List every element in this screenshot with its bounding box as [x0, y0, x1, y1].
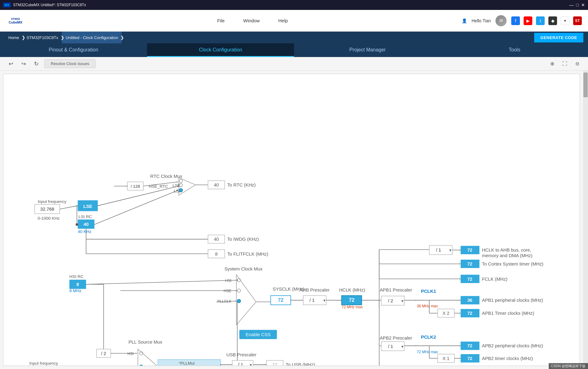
pclk1-label: PCLK1 [421, 289, 436, 294]
lsi-rc-label: LSI RC [79, 214, 92, 219]
github-icon[interactable]: ◆ [548, 16, 557, 25]
tab-tools[interactable]: Tools [441, 43, 588, 57]
apb2-periph-label: APB2 peripheral clocks (MHz) [482, 343, 543, 348]
apb2-prescaler-label: APB2 Prescaler [380, 336, 412, 340]
youtube-icon[interactable]: ▶ [524, 16, 532, 25]
hsi-rc-label: HSI RC [69, 274, 84, 279]
anniversary-badge: 10 [495, 15, 507, 26]
user-name: Hello Tian [472, 18, 491, 23]
diagram-area[interactable]: Input frequency 32.768 0-1000 KHz LSE LS… [3, 74, 580, 366]
fclk-label: FCLK (MHz) [482, 277, 507, 282]
logo-area: STM32 CubeMX [6, 13, 25, 29]
menu-bar: STM32 CubeMX File Window Help 👤 Hello Ti… [0, 10, 588, 32]
svg-point-8 [76, 223, 78, 226]
window-controls: — □ ✕ [569, 2, 585, 7]
main-menu: File Window Help [43, 18, 462, 23]
tab-pinout[interactable]: Pinout & Configuration [0, 43, 147, 57]
fclk-value: 72 [467, 277, 473, 282]
apb2-div-value: / 1 [388, 344, 393, 349]
twitter-icon[interactable]: t [536, 16, 545, 25]
hse-rtc-label: HSE_RTC [149, 184, 168, 189]
svg-text:▾: ▾ [401, 344, 404, 349]
scrollbar-thumb[interactable] [583, 72, 588, 97]
pclk2-max: 72 MHz max [417, 350, 438, 354]
to-usb-label: To USB (MHz) [286, 362, 315, 366]
hse-mux-label: HSE [224, 289, 231, 293]
logo-cube: CubeMX [9, 20, 22, 24]
to-flitf-label: To FLITFCLK (MHz) [227, 252, 268, 257]
tab-clock[interactable]: Clock Configuration [147, 43, 294, 57]
lsi-mux-label: LSI [174, 189, 180, 193]
input-freq1-label: Input frequency [38, 199, 67, 204]
tab-bar: Pinout & Configuration Clock Configurati… [0, 43, 588, 57]
tab-project[interactable]: Project Manager [294, 43, 441, 57]
menu-help[interactable]: Help [278, 18, 288, 23]
clock-diagram-svg: Input frequency 32.768 0-1000 KHz LSE LS… [3, 74, 580, 366]
svg-point-35 [237, 299, 241, 303]
user-icon: 👤 [462, 18, 467, 23]
redo-button[interactable]: ↪ [19, 59, 28, 68]
svg-text:▾: ▾ [250, 362, 252, 366]
apb1-x2-label: X 2 [443, 311, 449, 316]
usb-value: 72 [272, 362, 277, 366]
pll-hse-label: HSE [126, 365, 134, 366]
breadcrumb-project[interactable]: Untitled - Clock Configuration [62, 32, 122, 43]
fullscreen-button[interactable]: ⛶ [560, 60, 570, 68]
st-logo-icon[interactable]: ST [573, 16, 582, 25]
svg-text:▾: ▾ [323, 298, 326, 303]
clock-diagram: Input frequency 32.768 0-1000 KHz LSE LS… [3, 74, 580, 366]
rtc-mux-label: RTC Clock Mux [150, 174, 182, 179]
undo-button[interactable]: ↩ [6, 59, 16, 68]
apb1-prescaler-label: APB1 Prescaler [380, 288, 412, 292]
enable-css-btn: Enable CSS [246, 332, 271, 337]
app-logo-box: STM32 CubeMX [6, 13, 25, 29]
main-content: Input frequency 32.768 0-1000 KHz LSE LS… [0, 71, 588, 369]
apb1-timer-value: 72 [467, 311, 473, 316]
lsi-value: 40 [84, 222, 89, 227]
menu-file[interactable]: File [217, 18, 225, 23]
hclk-max: 72 MHz max [342, 305, 363, 309]
apb2-x1-label: X 1 [443, 356, 449, 361]
close-button[interactable]: ✕ [581, 2, 585, 7]
resolve-clock-button[interactable]: Resolve Clock Issues [44, 59, 96, 68]
network-icon[interactable]: ✦ [561, 16, 569, 25]
rtc-value: 40 [214, 182, 219, 187]
svg-rect-47 [303, 296, 326, 305]
apb1-periph-label: APB1 peripheral clocks (MHz) [482, 298, 543, 303]
refresh-button[interactable]: ↻ [32, 59, 41, 68]
generate-code-button[interactable]: GENERATE CODE [534, 33, 583, 42]
maximize-button[interactable]: □ [576, 2, 579, 7]
zoom-in-button[interactable]: ⊕ [548, 59, 557, 68]
minimize-button[interactable]: — [569, 2, 574, 7]
hsi-mhz: 8 MHz [69, 288, 81, 293]
usb-div-value: / 1 [238, 362, 243, 366]
apb2-timer-label: APB2 timer clocks (MHz) [482, 356, 533, 361]
hclk-ahb-value: 72 [467, 248, 473, 253]
div128-label: / 128 [131, 184, 140, 189]
pll-mux-label: PLL Source Mux [128, 340, 162, 345]
title-bar-text: STM32CubeMX Untitled*: STM32F103C8Tx [13, 3, 569, 7]
flitf-value: 8 [215, 252, 218, 257]
hsi-value: 8 [76, 282, 79, 287]
hclk-ahb-label: HCLK to AHB bus, core, [482, 248, 531, 253]
pllmul-label: *PLLMul [179, 361, 195, 366]
pclk2-label: PCLK2 [421, 335, 436, 340]
breadcrumb-home[interactable]: Home [5, 32, 23, 43]
breadcrumb-bar: Home STM32F103C8Tx Untitled - Clock Conf… [0, 32, 588, 43]
apb1-periph-value: 36 [467, 298, 473, 303]
input-freq2-label: Input frequency [29, 361, 58, 366]
pll-hsi-label: HSI [128, 352, 134, 356]
logo-top: STM32 [11, 17, 20, 20]
app-logo: MX [3, 2, 11, 7]
pclk1-max: 36 MHz max [417, 304, 438, 308]
zoom-out-button[interactable]: ⊖ [573, 59, 582, 68]
scrollbar-right[interactable] [583, 71, 588, 369]
cortex-value: 72 [467, 261, 473, 266]
facebook-icon[interactable]: f [511, 16, 520, 25]
breadcrumb-device[interactable]: STM32F103C8Tx [23, 32, 62, 43]
svg-point-118 [140, 365, 143, 366]
lse-block: LSE [83, 204, 92, 209]
hclk-value: 72 [349, 297, 354, 303]
menu-window[interactable]: Window [243, 18, 260, 23]
apb1-timer-label: APB1 Timer clocks (MHz) [482, 311, 534, 316]
